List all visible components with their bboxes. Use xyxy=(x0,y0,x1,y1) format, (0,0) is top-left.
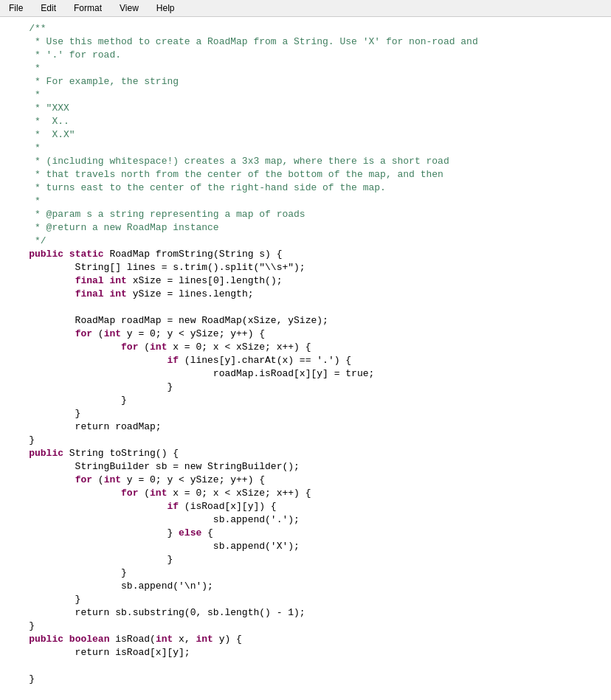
code-token: * that travels north from the center of … xyxy=(6,169,443,182)
code-token: * xyxy=(6,89,41,103)
code-line: } xyxy=(0,594,611,607)
code-line: * turns east to the center of the right-… xyxy=(0,182,611,195)
code-line: } xyxy=(0,434,611,448)
code-token xyxy=(6,448,29,461)
code-token xyxy=(63,249,69,262)
code-token: sb.append('X'); xyxy=(6,541,300,554)
code-line: * xyxy=(0,195,611,209)
menu-edit[interactable]: Edit xyxy=(38,1,59,15)
code-line: for (int x = 0; x < xSize; x++) { xyxy=(0,342,611,355)
code-token: * @param s a string representing a map o… xyxy=(6,209,306,222)
code-line: * @param s a string representing a map o… xyxy=(0,209,611,222)
code-token: */ xyxy=(6,235,46,249)
code-token: RoadMap fromString(String s) { xyxy=(104,249,283,262)
code-token: ( xyxy=(138,488,150,501)
code-token: * Use this method to create a RoadMap fr… xyxy=(6,36,478,49)
menu-bar: File Edit Format View Help xyxy=(0,0,611,17)
code-token: { xyxy=(201,527,213,541)
code-token: * '.' for road. xyxy=(6,49,121,63)
code-token: } xyxy=(6,673,35,687)
code-token xyxy=(63,634,69,647)
code-token: StringBuilder sb = new StringBuilder(); xyxy=(6,461,300,474)
code-token: * xyxy=(6,142,41,156)
code-token xyxy=(6,634,29,647)
code-token: int xyxy=(196,634,213,647)
code-line: public static RoadMap fromString(String … xyxy=(0,249,611,262)
code-line: return roadMap; xyxy=(0,421,611,434)
code-line: for (int x = 0; x < xSize; x++) { xyxy=(0,488,611,501)
code-token: else xyxy=(179,527,201,541)
code-token: int xyxy=(150,342,167,355)
code-token: } xyxy=(6,381,173,395)
code-area: /** * Use this method to create a RoadMa… xyxy=(0,17,611,700)
code-token: * @return a new RoadMap instance xyxy=(6,222,219,235)
code-token: } xyxy=(6,594,80,607)
code-token: int xyxy=(156,634,173,647)
code-line: StringBuilder sb = new StringBuilder(); xyxy=(0,461,611,474)
code-token: return roadMap; xyxy=(6,421,162,434)
code-token: if xyxy=(167,501,179,514)
code-line: sb.append('\n'); xyxy=(0,581,611,594)
code-token: x, xyxy=(173,634,196,647)
code-token: /** xyxy=(6,23,46,36)
code-token: (isRoad[x][y]) { xyxy=(179,501,277,514)
code-token: public xyxy=(29,448,63,461)
code-token xyxy=(104,275,110,288)
code-token: for xyxy=(121,488,138,501)
code-token: y = 0; y < ySize; y++) { xyxy=(121,328,265,342)
menu-help[interactable]: Help xyxy=(153,1,178,15)
code-token: sb.append('.'); xyxy=(6,514,300,527)
code-token: * turns east to the center of the right-… xyxy=(6,182,386,195)
code-line: RoadMap roadMap = new RoadMap(xSize, ySi… xyxy=(0,315,611,328)
code-token: for xyxy=(121,342,138,355)
code-line: } xyxy=(0,408,611,421)
code-line: sb.append('X'); xyxy=(0,541,611,554)
code-token: final xyxy=(75,288,104,302)
code-line: * "XXX xyxy=(0,103,611,116)
code-token xyxy=(6,328,75,342)
code-token: int xyxy=(104,328,121,342)
code-token: int xyxy=(109,275,126,288)
code-line: return isRoad[x][y]; xyxy=(0,647,611,660)
code-token: ( xyxy=(138,342,150,355)
code-line: } xyxy=(0,381,611,395)
code-line: /** xyxy=(0,23,611,36)
code-line: } xyxy=(0,673,611,687)
code-token: } xyxy=(6,567,127,581)
code-line: public boolean isRoad(int x, int y) { xyxy=(0,634,611,647)
code-line: } xyxy=(0,395,611,408)
code-token: } xyxy=(6,408,80,421)
code-token: int xyxy=(150,488,167,501)
code-token: y = 0; y < ySize; y++) { xyxy=(121,474,265,488)
code-line: for (int y = 0; y < ySize; y++) { xyxy=(0,474,611,488)
code-line: String[] lines = s.trim().split("\\s+"); xyxy=(0,262,611,275)
code-line: */ xyxy=(0,235,611,249)
code-token: for xyxy=(75,474,92,488)
code-line: } xyxy=(0,620,611,634)
code-token: ySize = lines.length; xyxy=(127,288,254,302)
code-line: * Use this method to create a RoadMap fr… xyxy=(0,36,611,49)
code-token: roadMap.isRoad[x][y] = true; xyxy=(6,368,374,381)
code-line: * For example, the string xyxy=(0,76,611,89)
code-token: * X.. xyxy=(6,116,69,129)
code-line: * @return a new RoadMap instance xyxy=(0,222,611,235)
code-line: } xyxy=(0,567,611,581)
code-token: public xyxy=(29,249,63,262)
code-token xyxy=(6,342,121,355)
code-token: int xyxy=(104,474,121,488)
code-token: return sb.substring(0, sb.length() - 1); xyxy=(6,607,306,620)
code-line: * xyxy=(0,142,611,156)
code-line: final int ySize = lines.length; xyxy=(0,288,611,302)
code-line: public String toString() { xyxy=(0,448,611,461)
code-line: roadMap.isRoad[x][y] = true; xyxy=(0,368,611,381)
code-token: if xyxy=(167,355,179,368)
menu-view[interactable]: View xyxy=(117,1,142,15)
code-token: ( xyxy=(92,328,104,342)
code-token: * (including whitespace!) creates a 3x3 … xyxy=(6,156,449,169)
code-line: for (int y = 0; y < ySize; y++) { xyxy=(0,328,611,342)
code-line: * that travels north from the center of … xyxy=(0,169,611,182)
menu-file[interactable]: File xyxy=(6,1,26,15)
menu-format[interactable]: Format xyxy=(71,1,105,15)
code-token xyxy=(6,501,167,514)
code-token: } xyxy=(6,554,173,567)
